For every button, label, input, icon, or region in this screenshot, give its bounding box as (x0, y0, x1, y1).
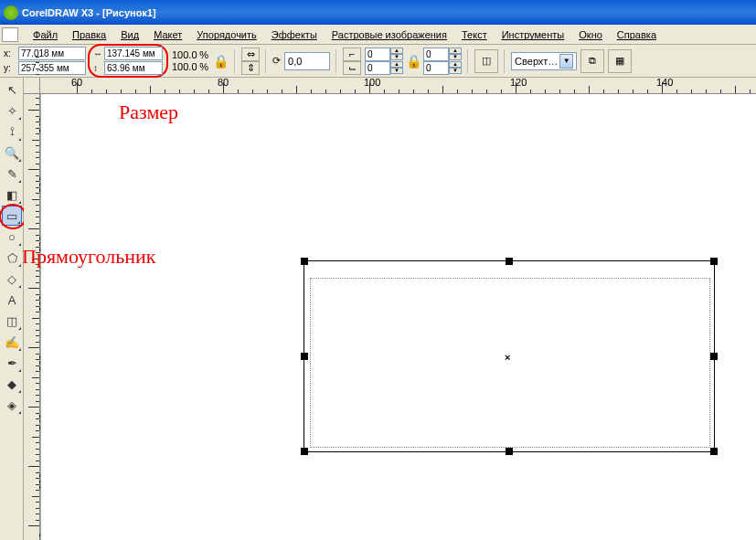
y-input[interactable] (18, 61, 86, 75)
corner-lock-icon[interactable]: 🔒 (405, 48, 421, 75)
ruler-corner[interactable] (24, 78, 40, 94)
align-a-button[interactable]: ⌐ (343, 48, 361, 61)
eyedropper-tool[interactable]: ✍ (2, 332, 22, 352)
options-button[interactable]: ▦ (608, 49, 632, 73)
spin-down[interactable]: ▼ (449, 54, 462, 60)
bounding-box (310, 278, 710, 448)
polygon-tool[interactable]: ⬠ (2, 248, 22, 268)
menu-tools[interactable]: Инструменты (495, 27, 572, 42)
spin-down[interactable]: ▼ (390, 54, 403, 60)
center-marker[interactable]: × (505, 352, 510, 363)
chevron-down-icon: ▼ (559, 54, 573, 69)
mirror-v-button[interactable]: ⇕ (241, 61, 260, 75)
spin-down[interactable]: ▼ (449, 68, 462, 74)
corner-group: ▲▼ ▲▼ 🔒 ▲▼ ▲▼ (365, 48, 462, 75)
pick-tool[interactable]: ↖ (2, 79, 22, 100)
handle-ml[interactable] (301, 353, 308, 360)
spin-up[interactable]: ▲ (449, 61, 462, 68)
wrap-button[interactable]: ⧉ (580, 49, 604, 73)
property-bar: x: y: ↔ ↕ 100.0 % 100.0 % 🔒 ⇔ ⇕ ⟳ ⌐ ⌙ ▲▼… (0, 45, 756, 78)
handle-tm[interactable] (506, 258, 513, 265)
toolbox: ↖✧⟟🔍✎◧▭○⬠◇A◫✍✒◆◈ (0, 78, 24, 540)
annotation-rect: Прямоугольник (22, 245, 156, 269)
window-title: CorelDRAW X3 - [Рисунок1] (22, 7, 156, 18)
spin-up[interactable]: ▲ (449, 48, 462, 54)
annotation-size: Размер (119, 101, 178, 124)
text-tool[interactable]: A (2, 290, 22, 310)
basicshapes-tool[interactable]: ◇ (2, 269, 22, 289)
ruler-vertical[interactable]: 200220240260280300320340 (24, 78, 40, 540)
separator (234, 49, 236, 73)
corner-bl[interactable] (365, 61, 390, 75)
width-input[interactable] (104, 47, 163, 60)
menu-file[interactable]: Файл (26, 27, 65, 42)
size-group: ↔ ↕ (88, 44, 168, 78)
handle-br[interactable] (710, 448, 718, 455)
y-label: y: (4, 63, 16, 73)
rectangle-tool[interactable]: ▭ (2, 206, 22, 226)
crop-tool[interactable]: ⟟ (2, 122, 22, 142)
titlebar: CorelDRAW X3 - [Рисунок1] (0, 0, 756, 25)
handle-tr[interactable] (710, 258, 718, 265)
smartfill-tool[interactable]: ◧ (2, 185, 22, 205)
scale-y[interactable]: 100.0 (172, 61, 197, 72)
menu-bitmaps[interactable]: Растровые изображения (325, 27, 454, 42)
width-icon: ↔ (93, 48, 102, 58)
height-input[interactable] (104, 61, 163, 75)
menu-layout[interactable]: Макет (146, 27, 189, 42)
x-label: x: (4, 48, 16, 58)
rectangle-object[interactable]: × (303, 260, 715, 452)
spin-down[interactable]: ▼ (390, 68, 403, 74)
corner-tr[interactable] (423, 48, 449, 61)
separator (467, 49, 469, 73)
position-group: x: y: (4, 47, 86, 75)
app-icon (4, 5, 18, 20)
ellipse-tool[interactable]: ○ (2, 227, 22, 247)
workspace: ↖✧⟟🔍✎◧▭○⬠◇A◫✍✒◆◈ 20022024026028030032034… (0, 78, 756, 540)
canvas-area: 6080100120140 × (40, 78, 756, 540)
fill-tool[interactable]: ◆ (2, 374, 22, 394)
handle-tl[interactable] (301, 258, 308, 265)
handle-mr[interactable] (710, 353, 718, 360)
new-doc-icon[interactable] (2, 27, 18, 42)
scale-percent-group: 100.0 % 100.0 % (172, 49, 208, 72)
to-curves-button[interactable]: ◫ (474, 49, 498, 73)
menu-window[interactable]: Окно (571, 27, 610, 42)
corner-tl[interactable] (365, 48, 390, 61)
canvas[interactable]: × (40, 94, 756, 540)
zoom-tool[interactable]: 🔍 (2, 143, 22, 163)
scale-x[interactable]: 100.0 (172, 49, 197, 60)
quality-label: Сверхт… (515, 56, 558, 67)
menu-help[interactable]: Справка (610, 27, 664, 42)
lock-ratio-icon[interactable]: 🔒 (212, 48, 229, 75)
spin-up[interactable]: ▲ (390, 48, 403, 54)
mirror-h-button[interactable]: ⇔ (241, 48, 260, 61)
height-icon: ↕ (93, 63, 102, 73)
spin-up[interactable]: ▲ (390, 61, 403, 68)
blend-tool[interactable]: ◫ (2, 311, 22, 331)
corner-br[interactable] (423, 61, 449, 75)
rotate-icon: ⟳ (272, 55, 281, 67)
quality-dropdown[interactable]: Сверхт… ▼ (511, 52, 577, 70)
handle-bl[interactable] (301, 448, 308, 455)
separator (335, 49, 337, 73)
rotation-input[interactable] (284, 52, 330, 70)
menubar: Файл Правка Вид Макет Упорядочить Эффект… (0, 25, 756, 45)
menu-text[interactable]: Текст (454, 27, 495, 42)
separator (265, 49, 267, 73)
menu-edit[interactable]: Правка (65, 27, 113, 42)
align-b-button[interactable]: ⌙ (343, 61, 361, 75)
menu-arrange[interactable]: Упорядочить (189, 27, 263, 42)
interactive-fill-tool[interactable]: ◈ (2, 395, 22, 415)
ruler-horizontal[interactable]: 6080100120140 (40, 78, 756, 94)
menu-view[interactable]: Вид (113, 27, 146, 42)
menu-effects[interactable]: Эффекты (264, 27, 325, 42)
handle-bm[interactable] (506, 448, 513, 455)
freehand-tool[interactable]: ✎ (2, 164, 22, 184)
x-input[interactable] (18, 47, 86, 60)
outline-tool[interactable]: ✒ (2, 353, 22, 373)
shape-tool[interactable]: ✧ (2, 101, 22, 121)
separator (504, 49, 506, 73)
